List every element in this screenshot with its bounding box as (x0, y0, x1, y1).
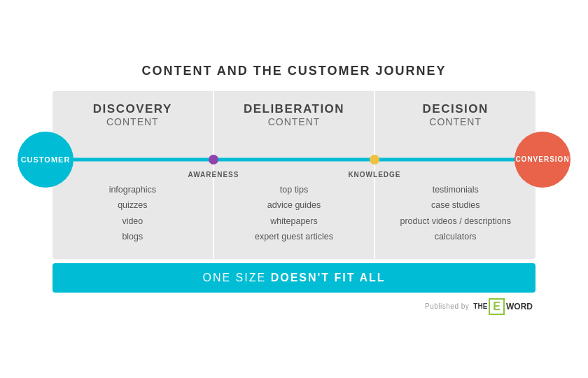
list-item: video (109, 214, 156, 230)
col-deliberation: DELIBERATION CONTENT top tips advice gui… (214, 91, 376, 259)
list-item: infographics (109, 182, 156, 198)
discovery-subtitle: CONTENT (93, 116, 172, 127)
decision-title: DECISION (423, 102, 489, 116)
decision-subtitle: CONTENT (423, 116, 489, 127)
deliberation-subtitle: CONTENT (244, 116, 344, 127)
deliberation-title: DELIBERATION (244, 102, 344, 116)
col-decision: DECISION CONTENT testimonials case studi… (375, 91, 536, 259)
columns-area: DISCOVERY CONTENT infographics quizzes v… (52, 91, 536, 259)
list-item: advice guides (255, 197, 333, 214)
banner-text: ONE SIZE DOESN'T FIT ALL (203, 272, 386, 284)
list-item: expert guest articles (255, 229, 333, 245)
deliberation-header: DELIBERATION CONTENT (244, 102, 344, 127)
decision-header: DECISION CONTENT (423, 102, 489, 127)
list-item: product videos / descriptions (400, 214, 510, 230)
banner-bold: DOESN'T FIT ALL (271, 272, 386, 284)
brand-word: WORD (506, 302, 533, 312)
decision-content: testimonials case studies product videos… (400, 182, 510, 245)
list-item: testimonials (400, 182, 510, 198)
list-item: whitepapers (255, 214, 333, 230)
list-item: quizzes (109, 197, 156, 214)
list-item: top tips (255, 182, 333, 198)
brand-the: THE (473, 302, 487, 310)
main-container: CONTENT AND THE CUSTOMER JOURNEY DISCOVE… (14, 64, 574, 315)
discovery-header: DISCOVERY CONTENT (93, 102, 172, 127)
list-item: blogs (109, 229, 156, 245)
deliberation-content: top tips advice guides whitepapers exper… (255, 182, 333, 245)
brand-letter: E (489, 298, 505, 315)
banner: ONE SIZE DOESN'T FIT ALL (52, 263, 536, 293)
discovery-title: DISCOVERY (93, 102, 172, 116)
brand-logo: THE E WORD (473, 298, 533, 315)
list-item: calculators (400, 229, 510, 245)
published-label: Published by (425, 302, 469, 310)
diagram-outer: DISCOVERY CONTENT infographics quizzes v… (14, 91, 574, 259)
list-item: case studies (400, 197, 510, 214)
published-row: Published by THE E WORD (52, 298, 536, 315)
discovery-content: infographics quizzes video blogs (109, 182, 156, 245)
col-discovery: DISCOVERY CONTENT infographics quizzes v… (52, 91, 214, 259)
banner-normal: ONE SIZE (203, 272, 271, 284)
page-title: CONTENT AND THE CUSTOMER JOURNEY (141, 64, 446, 78)
